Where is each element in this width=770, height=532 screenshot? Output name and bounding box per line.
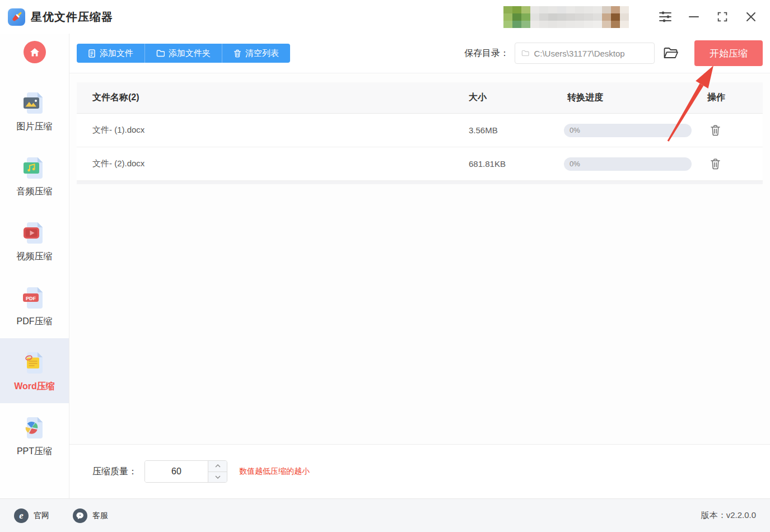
- home-icon: [30, 48, 40, 57]
- maximize-button[interactable]: [716, 10, 729, 24]
- progress-bar: 0%: [564, 157, 692, 171]
- file-size: 681.81KB: [469, 159, 564, 169]
- official-site-link[interactable]: e 官网: [14, 508, 49, 523]
- save-dir-label: 保存目录：: [464, 48, 509, 59]
- add-folder-button[interactable]: 添加文件夹: [145, 44, 222, 63]
- version-text: 版本：v2.2.0.0: [701, 510, 756, 521]
- video-file-icon: [22, 220, 48, 245]
- save-dir-field[interactable]: [515, 43, 655, 64]
- toolbar-button-group: 添加文件 添加文件夹 清空列表: [77, 44, 290, 63]
- file-table: 文件名称(2) 大小 转换进度 操作 文件- (1).docx 3.56MB 0…: [77, 82, 763, 181]
- folder-small-icon: [521, 49, 529, 57]
- sidebar-item-image-compress[interactable]: 图片压缩: [0, 78, 69, 143]
- home-button[interactable]: [24, 41, 46, 63]
- word-file-icon: [22, 349, 48, 375]
- quality-decrease-button[interactable]: [208, 472, 227, 483]
- folder-icon: [156, 49, 165, 57]
- clear-list-button[interactable]: 清空列表: [222, 44, 290, 63]
- col-header-progress: 转换进度: [564, 92, 704, 104]
- sidebar-item-label: PDF压缩: [17, 316, 53, 328]
- settings-sliders-icon[interactable]: [659, 10, 672, 24]
- add-file-label: 添加文件: [100, 48, 133, 59]
- add-file-button[interactable]: 添加文件: [77, 44, 145, 63]
- folder-open-icon: [663, 46, 679, 60]
- close-button[interactable]: [744, 10, 758, 24]
- sidebar-item-label: 图片压缩: [17, 121, 53, 133]
- sidebar-item-label: 音频压缩: [17, 186, 53, 198]
- sidebar-item-ppt-compress[interactable]: PPT压缩: [0, 403, 69, 468]
- image-file-icon: [22, 90, 48, 115]
- save-dir-input[interactable]: [534, 49, 648, 58]
- footer: e 官网 客服 版本：v2.2.0.0: [0, 498, 770, 532]
- document-icon: [88, 49, 96, 58]
- app-title: 星优文件压缩器: [31, 10, 113, 25]
- customer-service-link[interactable]: 客服: [73, 508, 108, 523]
- trash-icon: [710, 124, 721, 136]
- trash-icon: [234, 49, 241, 58]
- chevron-down-icon: [215, 475, 221, 479]
- user-info-pixelated: [503, 6, 629, 28]
- ppt-file-icon: [22, 414, 48, 440]
- quality-increase-button[interactable]: [208, 461, 227, 472]
- col-header-size: 大小: [469, 92, 564, 104]
- delete-file-button[interactable]: [707, 156, 723, 172]
- browser-e-icon: e: [14, 508, 29, 523]
- app-logo-icon: [8, 8, 25, 26]
- sidebar-item-label: 视频压缩: [17, 251, 53, 263]
- delete-file-button[interactable]: [707, 123, 723, 138]
- sidebar-item-video-compress[interactable]: 视频压缩: [0, 208, 69, 273]
- minimize-button[interactable]: [687, 10, 701, 24]
- file-size: 3.56MB: [469, 125, 564, 135]
- official-site-label: 官网: [34, 511, 49, 521]
- sidebar-item-label: PPT压缩: [17, 446, 52, 458]
- quality-input[interactable]: [145, 461, 208, 482]
- title-bar: 星优文件压缩器: [0, 0, 770, 34]
- content-area: 添加文件 添加文件夹 清空列表: [69, 34, 770, 498]
- trash-icon: [710, 158, 721, 170]
- sidebar: 图片压缩 音频压缩: [0, 34, 69, 498]
- progress-value: 0%: [570, 160, 580, 168]
- audio-file-icon: [22, 155, 48, 180]
- progress-value: 0%: [570, 126, 580, 134]
- sidebar-item-label: Word压缩: [14, 381, 55, 393]
- progress-bar: 0%: [564, 124, 692, 137]
- browse-folder-button[interactable]: [663, 46, 679, 60]
- col-header-action: 操作: [704, 92, 763, 104]
- add-folder-label: 添加文件夹: [169, 48, 211, 59]
- file-name: 文件- (2).docx: [77, 158, 469, 169]
- app-window: 星优文件压缩器: [0, 0, 770, 532]
- table-row: 文件- (1).docx 3.56MB 0%: [77, 114, 763, 147]
- quality-label: 压缩质量：: [92, 466, 137, 478]
- customer-service-label: 客服: [92, 511, 108, 521]
- col-header-filename: 文件名称(2): [77, 92, 469, 104]
- file-name: 文件- (1).docx: [77, 125, 469, 136]
- table-header-row: 文件名称(2) 大小 转换进度 操作: [77, 82, 763, 114]
- sidebar-item-word-compress[interactable]: Word压缩: [0, 338, 69, 403]
- quality-stepper: [144, 460, 227, 483]
- table-row: 文件- (2).docx 681.81KB 0%: [77, 147, 763, 181]
- pdf-file-icon: PDF: [22, 284, 48, 310]
- sidebar-item-pdf-compress[interactable]: PDF PDF压缩: [0, 273, 69, 338]
- sidebar-item-audio-compress[interactable]: 音频压缩: [0, 143, 69, 208]
- svg-text:PDF: PDF: [26, 295, 36, 301]
- chat-bubble-icon: [73, 508, 87, 523]
- start-compress-button[interactable]: 开始压缩: [694, 40, 763, 66]
- clear-list-label: 清空列表: [245, 48, 279, 59]
- quality-section: 压缩质量： 数值越低压缩的越小: [69, 444, 770, 498]
- toolbar: 添加文件 添加文件夹 清空列表: [69, 34, 770, 73]
- quality-hint-text: 数值越低压缩的越小: [239, 466, 310, 477]
- chevron-up-icon: [215, 464, 221, 468]
